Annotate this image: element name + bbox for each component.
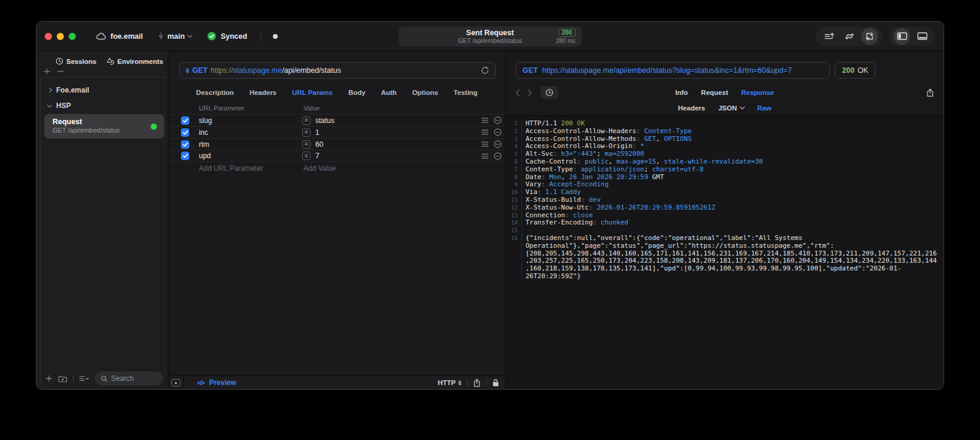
toggle-bottom-panel-button[interactable] (914, 28, 930, 45)
request-tabs: DescriptionHeadersURL ParamsBodyAuthOpti… (168, 87, 505, 99)
param-name[interactable]: slug (199, 116, 302, 125)
param-checkbox-cell (168, 128, 199, 137)
param-name[interactable]: upd (199, 152, 302, 160)
param-enabled-checkbox[interactable] (181, 128, 189, 137)
reorder-handle-icon[interactable] (481, 118, 489, 123)
next-response-button[interactable] (527, 89, 532, 97)
tree-group-foe-email[interactable]: Foe.email (41, 82, 168, 98)
response-status-text: OK (858, 66, 868, 75)
param-row[interactable]: upd = 7 (168, 150, 505, 162)
sidebar-add-remove (36, 66, 168, 76)
tab-body[interactable]: Body (348, 89, 365, 96)
url-host: statuspage.me (233, 66, 282, 75)
add-item-button[interactable] (45, 375, 53, 382)
tab-testing[interactable]: Testing (454, 89, 478, 96)
remove-param-button[interactable] (494, 128, 502, 136)
sync-swap-button[interactable] (841, 28, 858, 45)
sent-request-url-box[interactable]: GET https://statuspage.me/api/embed/stat… (515, 62, 830, 79)
tab-request[interactable]: Request (701, 89, 728, 96)
tab-json[interactable]: JSON (718, 104, 744, 112)
param-enabled-checkbox[interactable] (181, 152, 189, 160)
tab-auth[interactable]: Auth (381, 89, 397, 96)
project-selector[interactable]: foe.email (96, 32, 143, 41)
remove-param-button[interactable] (494, 116, 502, 124)
sort-options-button[interactable] (79, 375, 90, 382)
preview-button[interactable]: </> Preview (197, 379, 236, 387)
param-value[interactable]: 60 (315, 140, 323, 149)
param-row[interactable]: slug = status (168, 114, 505, 126)
branch-selector[interactable]: main (158, 32, 192, 41)
tree-group-hsp[interactable]: HSP (41, 98, 168, 113)
zoom-window-button[interactable] (69, 33, 76, 40)
remove-param-button[interactable] (494, 152, 502, 160)
add-session-button[interactable] (44, 68, 50, 76)
footer-divider (486, 379, 487, 387)
sessions-list-panel: Foe.email HSP Request GET /api/embed/sta… (40, 77, 168, 389)
lock-icon[interactable] (492, 379, 499, 387)
expand-panel-button[interactable]: ▲ (168, 376, 184, 389)
export-response-button[interactable] (926, 88, 934, 97)
remove-session-button[interactable] (57, 68, 64, 76)
titlebar-toolbar (816, 27, 944, 46)
param-name[interactable]: inc (199, 128, 302, 137)
tab-headers[interactable]: Headers (250, 89, 277, 96)
tab-url-params[interactable]: URL Params (292, 89, 333, 96)
sidebar-request-item-selected[interactable]: Request GET /api/embed/status (44, 114, 164, 139)
import-export-button[interactable] (861, 28, 878, 45)
line-number: 13 (506, 212, 522, 220)
tab-headers[interactable]: Headers (678, 104, 705, 112)
reorder-handle-icon[interactable] (481, 130, 489, 135)
param-enabled-checkbox[interactable] (181, 140, 189, 149)
add-param-row[interactable]: Add URL Parameter Add Value (168, 162, 505, 175)
method-stepper-icon[interactable] (186, 68, 189, 73)
tab-sessions-label: Sessions (66, 58, 97, 65)
tab-raw[interactable]: Raw (757, 104, 772, 112)
titlebar-divider (260, 32, 261, 41)
request-status-title: Sent Request (399, 29, 582, 37)
response-format-tabs: HeadersJSONRaw (506, 101, 944, 115)
tab-environments[interactable]: Environments (106, 57, 164, 65)
send-request-button[interactable] (821, 28, 837, 45)
param-row[interactable]: inc = 1 (168, 126, 505, 138)
param-value[interactable]: status (315, 116, 334, 125)
request-status-pill[interactable]: Sent Request GET /api/embed/status 200 2… (399, 26, 582, 47)
request-method[interactable]: GET (192, 66, 208, 75)
close-window-button[interactable] (45, 33, 52, 40)
param-enabled-checkbox[interactable] (181, 116, 189, 125)
sent-url: https://statuspage.me/api/embed/status?s… (542, 66, 792, 75)
tab-info[interactable]: Info (675, 89, 688, 96)
search-input[interactable]: Search (95, 371, 163, 386)
branch-icon (158, 32, 164, 40)
new-folder-button[interactable] (58, 375, 67, 383)
reorder-handle-icon[interactable] (481, 141, 489, 147)
add-url-parameter-placeholder[interactable]: Add URL Parameter (199, 164, 302, 173)
toggle-left-sidebar-button[interactable] (893, 28, 910, 45)
share-button[interactable] (473, 379, 481, 387)
tab-sessions[interactable]: Sessions (56, 57, 97, 65)
response-history-button[interactable] (540, 86, 558, 99)
reorder-handle-icon[interactable] (481, 153, 489, 159)
import-loop-icon (865, 32, 874, 41)
history-nav-arrows (515, 89, 532, 97)
add-value-placeholder[interactable]: Add Value (303, 164, 336, 173)
previous-response-button[interactable] (515, 89, 520, 97)
sync-status[interactable]: Synced (207, 32, 247, 41)
param-value-cell: = 7 (302, 152, 481, 160)
param-name[interactable]: rtm (199, 140, 302, 149)
resend-request-button[interactable] (481, 66, 489, 75)
equals-icon: = (302, 152, 311, 160)
titlebar: foe.email main Synced (36, 21, 944, 51)
footer-divider (467, 379, 468, 387)
param-value[interactable]: 7 (315, 152, 320, 160)
tab-options[interactable]: Options (412, 89, 438, 96)
minimize-window-button[interactable] (57, 33, 64, 40)
remove-param-button[interactable] (494, 140, 502, 148)
response-body-viewer[interactable]: 1HTTP/1.1 200 OK2Access-Control-Allow-He… (506, 115, 944, 389)
protocol-selector[interactable]: HTTP (438, 379, 462, 386)
param-value[interactable]: 1 (315, 128, 320, 137)
tab-description[interactable]: Description (196, 89, 234, 96)
request-url-bar[interactable]: GET https://statuspage.me/api/embed/stat… (179, 62, 496, 79)
param-row[interactable]: rtm = 60 (168, 138, 505, 150)
tab-response[interactable]: Response (741, 89, 774, 96)
request-url[interactable]: https://statuspage.me/api/embed/status (211, 66, 341, 75)
